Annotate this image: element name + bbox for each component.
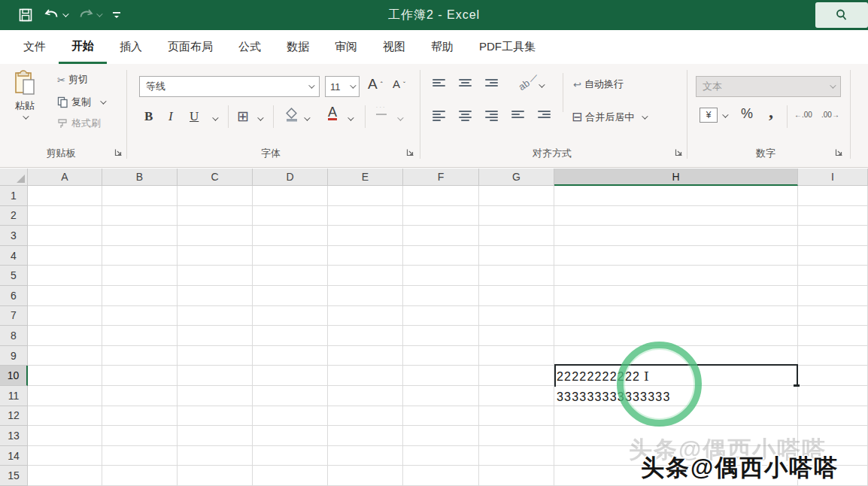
- increase-indent-button[interactable]: [538, 111, 551, 118]
- column-header-B[interactable]: B: [102, 169, 178, 186]
- cell-C11[interactable]: [178, 386, 253, 406]
- cell-B8[interactable]: [102, 326, 178, 346]
- cell-A8[interactable]: [28, 326, 102, 346]
- cell-G10[interactable]: [479, 366, 554, 386]
- cell-A2[interactable]: [28, 206, 102, 226]
- percent-style-button[interactable]: %: [741, 106, 753, 122]
- select-all-button[interactable]: [0, 169, 28, 186]
- cell-D2[interactable]: [253, 206, 328, 226]
- tab-help[interactable]: 帮助: [418, 30, 466, 64]
- cell-I3[interactable]: [798, 226, 868, 246]
- bottom-align-button[interactable]: [485, 79, 498, 87]
- tab-insert[interactable]: 插入: [107, 30, 155, 64]
- column-header-H[interactable]: H: [554, 169, 798, 186]
- cell-B11[interactable]: [102, 386, 178, 406]
- cell-C1[interactable]: [178, 186, 253, 206]
- increase-font-size-button[interactable]: Aˆ: [368, 76, 383, 93]
- cell-A13[interactable]: [28, 426, 102, 446]
- cell-A7[interactable]: [28, 306, 102, 327]
- cell-G15[interactable]: [479, 466, 554, 486]
- cell-A10[interactable]: [28, 366, 102, 386]
- cell-D5[interactable]: [253, 266, 328, 286]
- cell-F13[interactable]: [403, 426, 479, 446]
- row-header-9[interactable]: 9: [0, 346, 28, 366]
- cell-F9[interactable]: [403, 346, 479, 366]
- cell-A11[interactable]: [28, 386, 102, 406]
- align-right-button[interactable]: [485, 111, 498, 121]
- cell-A14[interactable]: [28, 446, 102, 466]
- tab-pdf-toolkit[interactable]: PDF工具集: [466, 30, 548, 64]
- cell-F7[interactable]: [403, 306, 479, 327]
- cell-A15[interactable]: [28, 466, 102, 486]
- clipboard-dialog-launcher-icon[interactable]: [114, 148, 123, 156]
- row-header-5[interactable]: 5: [0, 266, 28, 286]
- cell-B1[interactable]: [102, 186, 178, 206]
- row-header-4[interactable]: 4: [0, 246, 28, 266]
- cut-button[interactable]: ✂ 剪切: [57, 73, 88, 87]
- cell-E15[interactable]: [328, 466, 403, 486]
- cell-H7[interactable]: [554, 306, 798, 327]
- number-format-dropdown-icon[interactable]: [830, 82, 836, 88]
- cell-I8[interactable]: [798, 326, 868, 346]
- cell-A1[interactable]: [28, 186, 102, 206]
- decrease-decimal-button[interactable]: .00→: [821, 111, 839, 119]
- cell-E12[interactable]: [328, 406, 403, 427]
- cell-C5[interactable]: [178, 266, 253, 286]
- cell-D13[interactable]: [253, 426, 328, 446]
- cell-A9[interactable]: [28, 346, 102, 366]
- number-format-combobox[interactable]: 文本: [696, 76, 841, 97]
- row-header-2[interactable]: 2: [0, 206, 28, 226]
- cell-H3[interactable]: [554, 226, 798, 246]
- tab-home[interactable]: 开始: [59, 30, 107, 64]
- cell-G2[interactable]: [479, 206, 554, 226]
- cell-D10[interactable]: [253, 366, 328, 386]
- tab-file[interactable]: 文件: [11, 30, 59, 64]
- cell-C2[interactable]: [178, 206, 253, 226]
- row-header-13[interactable]: 13: [0, 426, 28, 446]
- comma-style-button[interactable]: ,: [769, 102, 773, 122]
- cell-G4[interactable]: [479, 246, 554, 266]
- font-dialog-launcher-icon[interactable]: [406, 148, 414, 156]
- cell-F2[interactable]: [403, 206, 479, 226]
- column-header-C[interactable]: C: [178, 169, 253, 186]
- cell-A5[interactable]: [28, 266, 102, 286]
- merge-center-dropdown-icon[interactable]: [642, 113, 648, 119]
- row-header-15[interactable]: 15: [0, 466, 28, 486]
- cell-B2[interactable]: [102, 206, 178, 226]
- cell-G8[interactable]: [479, 326, 554, 346]
- cell-G14[interactable]: [479, 446, 554, 466]
- font-size-combobox[interactable]: 11: [325, 76, 360, 97]
- row-header-14[interactable]: 14: [0, 446, 28, 466]
- accounting-dropdown-icon[interactable]: [722, 111, 728, 117]
- cell-B7[interactable]: [102, 306, 178, 327]
- alignment-dialog-launcher-icon[interactable]: [675, 148, 683, 156]
- cell-F3[interactable]: [403, 226, 479, 246]
- cell-C13[interactable]: [178, 426, 253, 446]
- cell-H5[interactable]: [554, 266, 798, 286]
- font-color-button[interactable]: A: [328, 107, 337, 120]
- cell-H6[interactable]: [554, 286, 798, 306]
- paste-dropdown-icon[interactable]: [23, 113, 29, 119]
- cell-F10[interactable]: [403, 366, 479, 386]
- top-align-button[interactable]: [432, 79, 445, 87]
- row-header-11[interactable]: 11: [0, 386, 28, 406]
- cell-G1[interactable]: [479, 186, 554, 206]
- tab-data[interactable]: 数据: [274, 30, 322, 64]
- copy-button[interactable]: 复制: [57, 96, 105, 109]
- middle-align-button[interactable]: [459, 79, 472, 87]
- cell-B15[interactable]: [102, 466, 178, 486]
- font-name-dropdown-icon[interactable]: [308, 82, 314, 88]
- font-name-combobox[interactable]: 等线: [139, 76, 320, 97]
- cell-C6[interactable]: [178, 286, 253, 306]
- cell-I5[interactable]: [798, 266, 868, 286]
- cell-F1[interactable]: [403, 186, 479, 206]
- borders-button[interactable]: ⊞: [237, 108, 249, 125]
- font-color-dropdown-icon[interactable]: [348, 114, 354, 120]
- cell-B9[interactable]: [102, 346, 178, 366]
- wrap-text-button[interactable]: ↩ 自动换行: [573, 77, 624, 91]
- cell-I4[interactable]: [798, 246, 868, 266]
- row-header-1[interactable]: 1: [0, 186, 28, 206]
- tab-formulas[interactable]: 公式: [226, 30, 274, 64]
- cell-D8[interactable]: [253, 326, 328, 346]
- borders-dropdown-icon[interactable]: [257, 114, 263, 120]
